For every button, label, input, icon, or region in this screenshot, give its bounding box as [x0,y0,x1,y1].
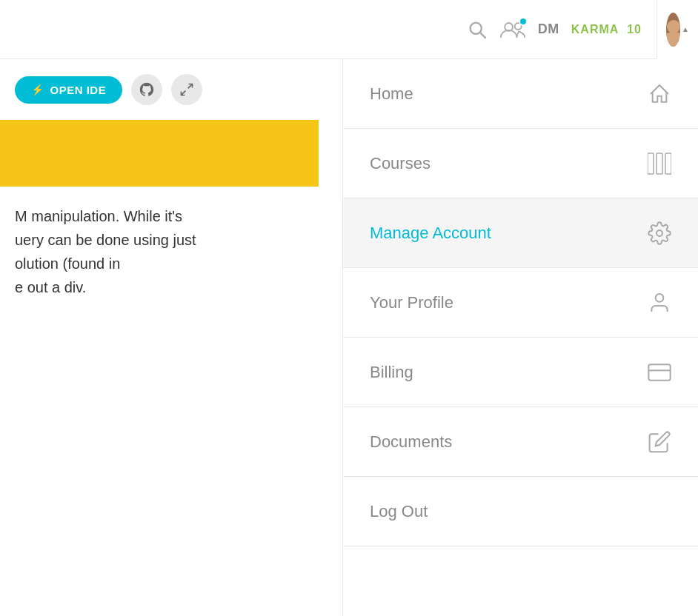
lightning-icon: ⚡ [31,84,44,96]
search-button[interactable] [467,19,488,40]
header-actions: DM KARMA 10 [467,19,657,41]
documents-icon [648,430,671,454]
menu-item-log-out[interactable]: Log Out [343,477,698,546]
svg-point-10 [656,294,664,302]
dm-label[interactable]: DM [538,21,559,37]
github-button[interactable] [131,74,162,105]
avatar [666,13,680,47]
svg-line-4 [188,84,193,89]
yellow-banner [0,120,319,187]
main-content: ⚡ OPEN IDE M manipulation. While it's ue… [0,59,319,616]
open-ide-button[interactable]: ⚡ OPEN IDE [15,76,122,104]
menu-item-documents[interactable]: Documents [343,407,698,477]
menu-item-your-profile[interactable]: Your Profile [343,268,698,338]
dropdown-menu: Home Courses Manage Account [342,59,698,616]
gear-icon [648,221,671,245]
friends-button[interactable] [499,19,526,41]
avatar-button[interactable]: ▲ [657,0,698,59]
svg-line-1 [480,33,486,38]
svg-rect-7 [657,153,662,174]
billing-icon [648,361,671,384]
toolbar: ⚡ OPEN IDE [0,59,319,120]
courses-icon [648,152,671,175]
karma-label: KARMA 10 [571,23,642,36]
expand-button[interactable] [171,74,202,105]
svg-rect-8 [665,153,671,174]
svg-point-0 [470,22,481,33]
menu-item-courses[interactable]: Courses [343,129,698,198]
header: DM KARMA 10 ▲ [0,0,698,59]
svg-line-5 [182,91,186,96]
svg-rect-11 [648,364,670,380]
svg-rect-6 [648,153,654,174]
menu-item-home[interactable]: Home [343,59,698,129]
menu-item-billing[interactable]: Billing [343,338,698,407]
notification-dot [519,17,528,26]
svg-point-9 [657,230,662,236]
body-text: M manipulation. While it's uery can be d… [0,187,319,317]
chevron-up-icon: ▲ [682,25,689,33]
home-icon [648,82,671,106]
menu-item-manage-account[interactable]: Manage Account [343,198,698,268]
profile-icon [648,291,671,315]
